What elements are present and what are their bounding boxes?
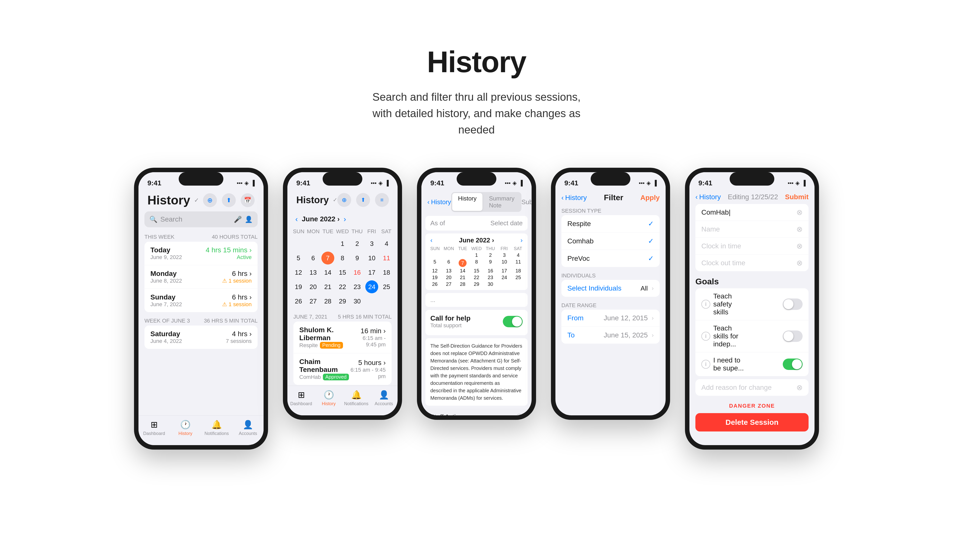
tab-bar-1: ⊞ Dashboard 🕐 History 🔔 Notifications 👤 … xyxy=(138,415,264,445)
staff-action-bar: Staff Action ⓘ xyxy=(425,409,528,415)
tab-notifications-2[interactable]: 🔔 Notifications xyxy=(343,390,370,408)
goals-title: Goals xyxy=(689,274,815,288)
next-month-btn[interactable]: › xyxy=(342,213,348,225)
mini-prev-btn[interactable]: ‹ xyxy=(430,236,433,244)
nav-icons-1: ⊕ ⬆ 📅 xyxy=(203,193,255,207)
prev-month-btn[interactable]: ‹ xyxy=(293,213,300,225)
clear-clock-in[interactable]: ⊗ xyxy=(796,242,802,250)
cal-session-2[interactable]: Chaim Tenenbaum ComHab Approved 5 hours … xyxy=(293,353,392,385)
tab-history-1[interactable]: 🕐 History xyxy=(170,420,201,438)
submit-btn-5[interactable]: Submit xyxy=(785,193,809,201)
today-7[interactable]: 7 xyxy=(459,259,467,267)
apply-btn[interactable]: Apply xyxy=(640,194,660,202)
search-bar-1[interactable]: 🔍 Search 🎤 👤 xyxy=(144,211,258,227)
all-label: All xyxy=(641,285,648,292)
signal-icon-3: ▪▪▪ xyxy=(505,180,511,186)
field-clock-in[interactable]: Clock in time ⊗ xyxy=(695,237,809,254)
filter-comhab[interactable]: Comhab ✓ xyxy=(561,232,660,250)
tab-dashboard-2[interactable]: ⊞ Dashboard xyxy=(287,390,315,408)
hero-header: History Search and filter thru all previ… xyxy=(365,45,588,138)
calendar-grid-2: 1 2 3 4 5 6 7 8 9 10 11 12 13 14 15 16 1… xyxy=(287,237,397,308)
session-today[interactable]: Today June 9, 2022 4 hrs 15 mins › Activ… xyxy=(144,242,258,265)
wifi-icon-3: ◈ xyxy=(512,180,517,186)
tab-notifications-1[interactable]: 🔔 Notifications xyxy=(201,420,232,438)
field-reason[interactable]: Add reason for change ⊗ xyxy=(695,379,809,396)
filter-respite[interactable]: Respite ✓ xyxy=(561,215,660,232)
dashboard-icon-2: ⊞ xyxy=(298,390,305,400)
tab-accounts-1[interactable]: 👤 Accounts xyxy=(232,420,264,438)
week-june7-header: JUNE 7, 2021 5 HRS 16 MIN TOTAL xyxy=(287,311,397,321)
from-date: June 12, 2015 xyxy=(604,314,648,322)
field-name[interactable]: Name ⊗ xyxy=(695,220,809,237)
session-sunday[interactable]: Sunday June 7, 2022 6 hrs › ⚠ 1 session xyxy=(144,289,258,312)
person-add-icon[interactable]: ⊕ xyxy=(203,193,217,207)
clear-reason[interactable]: ⊗ xyxy=(796,383,802,392)
tab-dashboard-1[interactable]: ⊞ Dashboard xyxy=(138,420,170,438)
list-icon[interactable]: ≡ xyxy=(375,193,389,207)
tab-history-3[interactable]: History xyxy=(452,193,483,211)
cal-session-1[interactable]: Shulom K. Liberman Respite Pending 16 mi… xyxy=(293,321,392,353)
summary-tab-group: History Summary Note xyxy=(451,192,522,212)
nav-bar-2: History ✓ ⊕ ⬆ ≡ xyxy=(287,190,397,211)
session-monday[interactable]: Monday June 8, 2022 6 hrs › ⚠ 1 session xyxy=(144,265,258,289)
staff-action-label: Staff Action xyxy=(430,413,463,415)
goal-3-info[interactable]: i xyxy=(702,360,710,369)
dynamic-island-5 xyxy=(729,172,775,186)
battery-icon-2: ▐ xyxy=(385,180,389,186)
field-clock-out[interactable]: Clock out time ⊗ xyxy=(695,254,809,271)
tab-history-2[interactable]: 🕐 History xyxy=(315,390,343,408)
select-individuals[interactable]: Select Individuals All › xyxy=(561,280,660,297)
filter-from[interactable]: From June 12, 2015 › xyxy=(561,310,660,327)
field-comhab[interactable]: ComHab| ⊗ xyxy=(695,204,809,220)
comhab-value: ComHab| xyxy=(702,208,796,216)
person-icon: 👤 xyxy=(245,216,253,223)
approved-badge: Approved xyxy=(323,374,349,380)
week-june3-header: WEEK OF JUNE 3 36 HRS 5 MIN TOTAL xyxy=(138,315,264,326)
bell-icon-1: 🔔 xyxy=(211,420,222,430)
filter-title: Filter xyxy=(604,193,623,202)
calendar-sessions: Shulom K. Liberman Respite Pending 16 mi… xyxy=(293,321,392,385)
phone-1-history-list: 9:41 ▪▪▪ ◈ ▐ History ✓ ⊕ ⬆ xyxy=(134,168,268,450)
mini-cal-nav: ‹ June 2022 › › xyxy=(428,236,525,246)
select-date-value[interactable]: Select date xyxy=(490,219,523,227)
share-icon[interactable]: ⬆ xyxy=(222,193,236,207)
as-of-label: As of xyxy=(430,219,445,227)
screen2-title: History xyxy=(296,195,329,205)
share-icon-2[interactable]: ⬆ xyxy=(356,193,370,207)
back-btn-3[interactable]: ‹ History xyxy=(427,198,451,206)
clear-name[interactable]: ⊗ xyxy=(796,225,802,233)
back-btn-4[interactable]: ‹ History xyxy=(561,194,587,202)
filter-prevoc[interactable]: PreVoc ✓ xyxy=(561,250,660,267)
signal-icon: ▪▪▪ xyxy=(237,180,242,186)
chevron-left-icon-5: ‹ xyxy=(695,193,698,201)
reason-placeholder: Add reason for change xyxy=(702,383,796,391)
dynamic-island-1 xyxy=(178,172,224,186)
delete-session-btn[interactable]: Delete Session xyxy=(695,413,809,431)
status-time-4: 9:41 xyxy=(564,179,578,187)
back-btn-5[interactable]: ‹ History xyxy=(695,193,721,201)
goal-2-info[interactable]: i xyxy=(702,332,710,341)
history-icon-2: 🕐 xyxy=(324,390,334,400)
clear-comhab[interactable]: ⊗ xyxy=(796,208,802,217)
submit-btn-3[interactable]: Submit xyxy=(522,198,532,206)
status-time-1: 9:41 xyxy=(147,179,161,187)
wifi-icon-5: ◈ xyxy=(795,180,799,186)
calendar-icon-1[interactable]: 📅 xyxy=(241,193,255,207)
person-add-icon-2[interactable]: ⊕ xyxy=(337,193,351,207)
call-help-toggle[interactable] xyxy=(503,316,523,327)
battery-icon: ▐ xyxy=(251,180,255,186)
tab-summary-note[interactable]: Summary Note xyxy=(483,193,520,211)
phone-2-calendar: 9:41 ▪▪▪ ◈ ▐ History ✓ ⊕ ⬆ xyxy=(283,168,402,420)
goal-2-toggle[interactable] xyxy=(783,330,802,342)
clear-clock-out[interactable]: ⊗ xyxy=(796,259,802,267)
goal-3-toggle[interactable] xyxy=(783,358,802,370)
goal-1-toggle[interactable] xyxy=(783,298,802,310)
filter-to[interactable]: To June 15, 2025 › xyxy=(561,327,660,344)
tab-history-label: History xyxy=(178,431,192,436)
mini-next-btn[interactable]: › xyxy=(520,236,523,244)
session-saturday[interactable]: Saturday June 4, 2022 4 hrs › 7 sessions xyxy=(144,326,258,349)
summary-nav: ‹ History History Summary Note Submit xyxy=(421,190,532,216)
reason-group: Add reason for change ⊗ xyxy=(695,379,809,396)
goal-1-info[interactable]: i xyxy=(702,300,710,309)
tab-accounts-2[interactable]: 👤 Accounts xyxy=(370,390,397,408)
